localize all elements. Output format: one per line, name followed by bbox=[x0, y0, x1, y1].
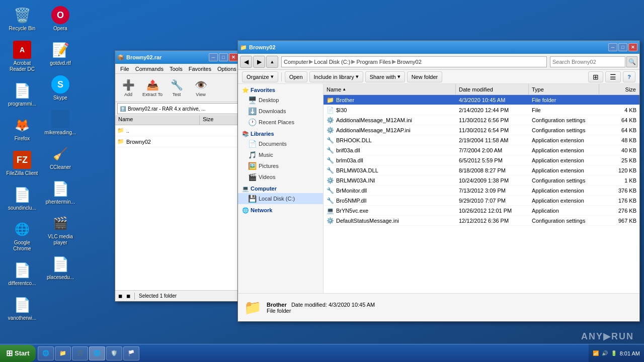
sidebar-item-recent[interactable]: 🕐 Recent Places bbox=[238, 117, 323, 128]
winrar-file-row-parent[interactable]: 📁 .. bbox=[115, 125, 240, 136]
sidebar-libraries-header[interactable]: 📚 Libraries bbox=[238, 128, 323, 138]
taskbar-media[interactable]: 🎵 bbox=[72, 346, 88, 360]
sidebar-item-pictures[interactable]: 🖼️ Pictures bbox=[238, 160, 323, 171]
back-button[interactable]: ◀ bbox=[240, 56, 252, 68]
placesedu-icon: 📄 bbox=[51, 255, 69, 273]
folder-icon: 📁 bbox=[327, 97, 334, 104]
explorer-titlebar[interactable]: 📁 Browny02 ─ □ ✕ bbox=[238, 41, 639, 54]
winrar-menu-tools[interactable]: Tools bbox=[167, 66, 186, 72]
sidebar-item-videos[interactable]: 🎬 Videos bbox=[238, 171, 323, 183]
winrar-menu-options[interactable]: Options bbox=[214, 66, 239, 72]
organize-button[interactable]: Organize ▾ bbox=[242, 71, 278, 82]
winrar-test-button[interactable]: 🔧 Test bbox=[166, 76, 188, 100]
winrar-menu-commands[interactable]: Commands bbox=[132, 66, 167, 72]
desktop-icon-differentco[interactable]: 📄 differentco... bbox=[4, 259, 40, 289]
desktop-icon-ccleaner[interactable]: 🧹 CCleaner bbox=[42, 143, 78, 172]
breadcrumb-localdisk[interactable]: Local Disk (C:) bbox=[314, 59, 350, 65]
help-button[interactable]: ? bbox=[623, 71, 635, 82]
desktop-icon-gotdvd[interactable]: 📝 gotdvd.rtf bbox=[42, 39, 78, 68]
winrar-file-row-browny02[interactable]: 📁 Browny02 bbox=[115, 136, 240, 147]
sidebar-item-music[interactable]: 🎵 Music bbox=[238, 149, 323, 160]
desktop-icon-phentermin[interactable]: 📄 phentermin... bbox=[42, 177, 78, 207]
desktop-icon-vanotherc[interactable]: 📄 vanotherwi... bbox=[4, 294, 40, 323]
file-row[interactable]: 🔧 brlm03a.dll 6/5/2012 5:59 PM Applicati… bbox=[324, 155, 639, 165]
file-row[interactable]: 🔧 BrMonitor.dll 7/13/2012 3:09 PM Applic… bbox=[324, 186, 639, 196]
taskbar-chrome[interactable]: 🌐 bbox=[89, 346, 105, 360]
file-row[interactable]: 📄 $I30 2/14/2020 12:44 PM File 4 KB bbox=[324, 105, 639, 115]
forward-button[interactable]: ▶ bbox=[253, 56, 265, 68]
sidebar-item-documents[interactable]: 📄 Documents bbox=[238, 138, 323, 149]
winrar-menu-favorites[interactable]: Favorites bbox=[186, 66, 214, 72]
winrar-col-name[interactable]: Name bbox=[115, 115, 200, 125]
up-button[interactable]: ▲ bbox=[266, 56, 278, 68]
col-name[interactable]: Name ▲ bbox=[324, 84, 456, 95]
include-library-button[interactable]: Include in library ▾ bbox=[309, 71, 363, 82]
sidebar-favorites-header[interactable]: ⭐ Favorites bbox=[238, 84, 323, 95]
localdisk-sidebar-icon: 💾 bbox=[248, 195, 257, 203]
file-row[interactable]: 🔧 BRHOOK.DLL 2/19/2004 11:58 AM Applicat… bbox=[324, 135, 639, 145]
sidebar-computer-header[interactable]: 💻 Computer bbox=[238, 183, 323, 193]
sidebar-item-desktop[interactable]: 🖥️ Desktop bbox=[238, 95, 323, 106]
desktop-icon-filezilla[interactable]: FZ FileZilla Client bbox=[4, 149, 40, 178]
col-size[interactable]: Size bbox=[599, 84, 639, 95]
winrar-titlebar[interactable]: 📦 Browny02.rar ─ □ ✕ bbox=[115, 51, 240, 64]
explorer-minimize-button[interactable]: ─ bbox=[608, 43, 617, 51]
taskbar-clock[interactable]: 8:01 AM bbox=[620, 350, 640, 356]
explorer-close-button[interactable]: ✕ bbox=[628, 43, 637, 51]
col-type[interactable]: Type bbox=[529, 84, 599, 95]
file-row[interactable]: 📁 Brother 4/3/2020 10:45 AM File folder bbox=[324, 95, 639, 105]
sidebar-item-localdisk[interactable]: 💾 Local Disk (C:) bbox=[238, 193, 323, 204]
winrar-minimize-button[interactable]: ─ bbox=[209, 53, 218, 61]
file-row[interactable]: 💻 BrYN5vc.exe 10/26/2012 12:01 PM Applic… bbox=[324, 206, 639, 216]
winrar-add-button[interactable]: ➕ Add bbox=[117, 76, 139, 100]
sidebar-music-label: Music bbox=[259, 152, 273, 158]
breadcrumb-browny02[interactable]: Browny02 bbox=[397, 59, 422, 65]
winrar-extract-button[interactable]: 📤 Extract To bbox=[141, 76, 164, 100]
sidebar-network-header[interactable]: 🌐 Network bbox=[238, 204, 323, 215]
search-button[interactable]: 🔍 bbox=[626, 56, 637, 67]
taskbar-ie[interactable]: 🌐 bbox=[38, 346, 54, 360]
share-with-button[interactable]: Share with ▾ bbox=[365, 71, 405, 82]
taskbar-flag[interactable]: 🏳️ bbox=[123, 346, 139, 360]
file-row[interactable]: 🔧 BRLMW03A.DLL 8/18/2008 8:27 PM Applica… bbox=[324, 165, 639, 175]
open-button[interactable]: Open bbox=[285, 71, 307, 82]
taskbar-explorer[interactable]: 📁 bbox=[55, 346, 71, 360]
winrar-view-button[interactable]: 👁️ View bbox=[190, 76, 212, 100]
desktop-icon-opera[interactable]: O Opera bbox=[42, 4, 78, 34]
file-row[interactable]: ⚙️ AdditionalMessage_M12AM.ini 11/30/201… bbox=[324, 115, 639, 125]
taskbar-security[interactable]: 🛡️ bbox=[106, 346, 122, 360]
desktop-icon-acrobat[interactable]: A Acrobat Reader DC bbox=[4, 39, 40, 74]
breadcrumb-programfiles[interactable]: Program Files bbox=[356, 59, 390, 65]
start-button[interactable]: ⊞ Start bbox=[0, 345, 36, 362]
file-row[interactable]: ⚙️ BRLMW03A.INI 10/24/2009 1:38 PM Confi… bbox=[324, 175, 639, 186]
desktop-icon-firefox[interactable]: 🦊 Firefox bbox=[4, 114, 40, 144]
desktop-icon-skype[interactable]: S Skype bbox=[42, 73, 78, 103]
col-date[interactable]: Date modified bbox=[456, 84, 529, 95]
explorer-maximize-button[interactable]: □ bbox=[618, 43, 627, 51]
file-row[interactable]: 🔧 Bro5NMP.dll 9/29/2010 7:07 PM Applicat… bbox=[324, 196, 639, 206]
desktop-icon-programming[interactable]: 📄 programmi... bbox=[4, 79, 40, 109]
winrar-menu-file[interactable]: File bbox=[117, 66, 132, 72]
winrar-close-button[interactable]: ✕ bbox=[229, 53, 238, 61]
new-folder-button[interactable]: New folder bbox=[407, 71, 443, 82]
file-row[interactable]: ⚙️ DefaultStatusMessage.ini 12/12/2012 6… bbox=[324, 216, 639, 226]
tray-battery-icon[interactable]: 🔋 bbox=[611, 350, 617, 356]
desktop-icon-soundinclu[interactable]: 📄 soundinclu... bbox=[4, 184, 40, 213]
desktop-icon-vlc[interactable]: 🎬 VLC media player bbox=[42, 212, 78, 248]
sidebar-item-downloads[interactable]: ⬇️ Downloads bbox=[238, 106, 323, 117]
view-toggle-button[interactable]: ☰ bbox=[605, 71, 621, 82]
tray-volume-icon[interactable]: 🔊 bbox=[602, 350, 608, 356]
desktop-icon-recycle-bin[interactable]: 🗑️ Recycle Bin bbox=[4, 4, 40, 34]
file-row[interactable]: 🔧 brif03a.dll 7/7/2004 2:00 AM Applicati… bbox=[324, 145, 639, 155]
address-breadcrumb[interactable]: Computer ▶ Local Disk (C:) ▶ Program Fil… bbox=[281, 56, 547, 67]
view-options-button[interactable]: ⊞ bbox=[588, 71, 603, 82]
desktop-icon-chrome[interactable]: 🌐 Google Chrome bbox=[4, 218, 40, 254]
search-input[interactable] bbox=[550, 56, 625, 67]
file-row[interactable]: ⚙️ AdditionalMessage_M12AP.ini 11/30/201… bbox=[324, 125, 639, 135]
winrar-maximize-button[interactable]: □ bbox=[219, 53, 228, 61]
desktop-icon-mikereading[interactable]: mikereading... bbox=[42, 108, 78, 138]
desktop-icon-placesedu[interactable]: 📄 placesedu... bbox=[42, 253, 78, 283]
tray-network-icon[interactable]: 📶 bbox=[593, 350, 599, 356]
winrar-col-size[interactable]: Size bbox=[200, 115, 240, 125]
breadcrumb-computer[interactable]: Computer bbox=[284, 59, 308, 65]
